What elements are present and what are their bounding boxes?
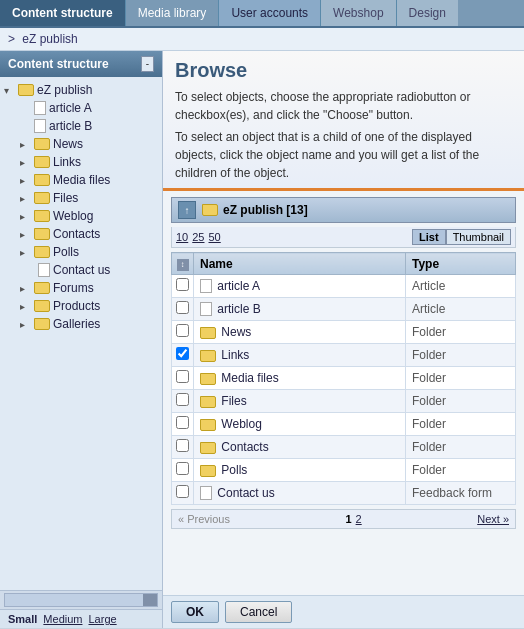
table-cell-name: article A xyxy=(194,275,406,298)
row-checkbox[interactable] xyxy=(176,485,189,498)
sidebar-item-forums[interactable]: ▸ Forums xyxy=(0,279,162,297)
breadcrumb: > eZ publish xyxy=(0,28,524,51)
tab-user-accounts-label: User accounts xyxy=(231,6,308,20)
tab-content-structure[interactable]: Content structure xyxy=(0,0,126,26)
row-checkbox[interactable] xyxy=(176,324,189,337)
tab-media-library[interactable]: Media library xyxy=(126,0,220,26)
table-header-type: Type xyxy=(406,253,516,275)
sidebar-item-files[interactable]: ▸ Files xyxy=(0,189,162,207)
row-checkbox[interactable] xyxy=(176,393,189,406)
table-cell-checkbox[interactable] xyxy=(172,459,194,482)
page-size-25[interactable]: 25 xyxy=(192,231,204,243)
item-name-link[interactable]: article B xyxy=(217,302,260,316)
table-cell-name: Contact us xyxy=(194,482,406,505)
cancel-button[interactable]: Cancel xyxy=(225,601,292,623)
sidebar-item-label[interactable]: Files xyxy=(53,191,78,205)
table-cell-checkbox[interactable] xyxy=(172,390,194,413)
sidebar-item-media-files[interactable]: ▸ Media files xyxy=(0,171,162,189)
tab-user-accounts[interactable]: User accounts xyxy=(219,0,321,26)
table-cell-checkbox[interactable] xyxy=(172,321,194,344)
doc-icon xyxy=(200,279,212,293)
next-button[interactable]: Next » xyxy=(477,513,509,525)
table-cell-name: article B xyxy=(194,298,406,321)
doc-icon xyxy=(200,302,212,316)
sidebar-item-label[interactable]: Galleries xyxy=(53,317,100,331)
view-list-button[interactable]: List xyxy=(412,229,446,245)
sidebar-item-label[interactable]: Products xyxy=(53,299,100,313)
sidebar-item-contacts[interactable]: ▸ Contacts xyxy=(0,225,162,243)
row-checkbox[interactable] xyxy=(176,416,189,429)
sidebar-item-label[interactable]: Weblog xyxy=(53,209,93,223)
sidebar-collapse-button[interactable]: - xyxy=(141,56,154,72)
item-name-link[interactable]: News xyxy=(221,325,251,339)
doc-icon xyxy=(34,119,46,133)
folder-icon xyxy=(200,396,216,408)
sidebar-item-galleries[interactable]: ▸ Galleries xyxy=(0,315,162,333)
item-name-link[interactable]: Media files xyxy=(221,371,278,385)
folder-icon xyxy=(200,442,216,454)
tab-content-structure-label: Content structure xyxy=(12,6,113,20)
table-cell-name: Links xyxy=(194,344,406,367)
table-cell-checkbox[interactable] xyxy=(172,298,194,321)
sidebar-item-polls[interactable]: ▸ Polls xyxy=(0,243,162,261)
item-name-link[interactable]: Contact us xyxy=(217,486,274,500)
row-checkbox[interactable] xyxy=(176,439,189,452)
sidebar-item-ezpublish[interactable]: ▾ eZ publish xyxy=(0,81,162,99)
item-name-link[interactable]: Polls xyxy=(221,463,247,477)
sidebar-item-label[interactable]: Media files xyxy=(53,173,110,187)
tab-design[interactable]: Design xyxy=(397,0,458,26)
page-size-10[interactable]: 10 xyxy=(176,231,188,243)
view-thumbnail-button[interactable]: Thumbnail xyxy=(446,229,511,245)
toggle-icon: ▸ xyxy=(20,211,34,222)
page-size-50[interactable]: 50 xyxy=(209,231,221,243)
size-large-button[interactable]: Large xyxy=(88,613,116,625)
row-checkbox[interactable] xyxy=(176,347,189,360)
item-name-link[interactable]: Contacts xyxy=(221,440,268,454)
table-row: Polls Folder xyxy=(172,459,516,482)
path-nav-icon[interactable]: ↑ xyxy=(178,201,196,219)
sidebar-item-news[interactable]: ▸ News xyxy=(0,135,162,153)
tab-webshop[interactable]: Webshop xyxy=(321,0,396,26)
sidebar-item-label[interactable]: eZ publish xyxy=(37,83,92,97)
table-cell-checkbox[interactable] xyxy=(172,436,194,459)
size-small-button[interactable]: Small xyxy=(8,613,37,625)
sidebar-item-label[interactable]: article B xyxy=(49,119,92,133)
sidebar-item-article-a[interactable]: article A xyxy=(0,99,162,117)
sidebar-item-label[interactable]: Contacts xyxy=(53,227,100,241)
table-cell-checkbox[interactable] xyxy=(172,482,194,505)
page-num-1[interactable]: 1 xyxy=(345,513,351,525)
size-medium-button[interactable]: Medium xyxy=(43,613,82,625)
sidebar-item-weblog[interactable]: ▸ Weblog xyxy=(0,207,162,225)
page-num-2[interactable]: 2 xyxy=(356,513,362,525)
sidebar-item-contact-us[interactable]: Contact us xyxy=(0,261,162,279)
table-cell-checkbox[interactable] xyxy=(172,413,194,436)
item-name-link[interactable]: Files xyxy=(221,394,246,408)
item-name-link[interactable]: Links xyxy=(221,348,249,362)
table-cell-checkbox[interactable] xyxy=(172,367,194,390)
sidebar-item-article-b[interactable]: article B xyxy=(0,117,162,135)
sidebar-item-label[interactable]: Forums xyxy=(53,281,94,295)
ok-button[interactable]: OK xyxy=(171,601,219,623)
sidebar-item-label[interactable]: article A xyxy=(49,101,92,115)
table-cell-type: Folder xyxy=(406,321,516,344)
sidebar-item-label[interactable]: Polls xyxy=(53,245,79,259)
table-row: Links Folder xyxy=(172,344,516,367)
sidebar-item-label[interactable]: Contact us xyxy=(53,263,110,277)
sidebar-item-products[interactable]: ▸ Products xyxy=(0,297,162,315)
row-checkbox[interactable] xyxy=(176,370,189,383)
table-cell-checkbox[interactable] xyxy=(172,275,194,298)
sort-icon[interactable]: ↕ xyxy=(177,259,189,271)
table-cell-checkbox[interactable] xyxy=(172,344,194,367)
item-name-link[interactable]: article A xyxy=(217,279,260,293)
toggle-icon: ▸ xyxy=(20,319,34,330)
row-checkbox[interactable] xyxy=(176,278,189,291)
row-checkbox[interactable] xyxy=(176,462,189,475)
folder-icon xyxy=(200,327,216,339)
breadcrumb-link[interactable]: eZ publish xyxy=(22,32,77,46)
content-area: Browse To select objects, choose the app… xyxy=(163,51,524,628)
sidebar-item-label[interactable]: News xyxy=(53,137,83,151)
item-name-link[interactable]: Weblog xyxy=(221,417,261,431)
row-checkbox[interactable] xyxy=(176,301,189,314)
sidebar-item-label[interactable]: Links xyxy=(53,155,81,169)
sidebar-item-links[interactable]: ▸ Links xyxy=(0,153,162,171)
